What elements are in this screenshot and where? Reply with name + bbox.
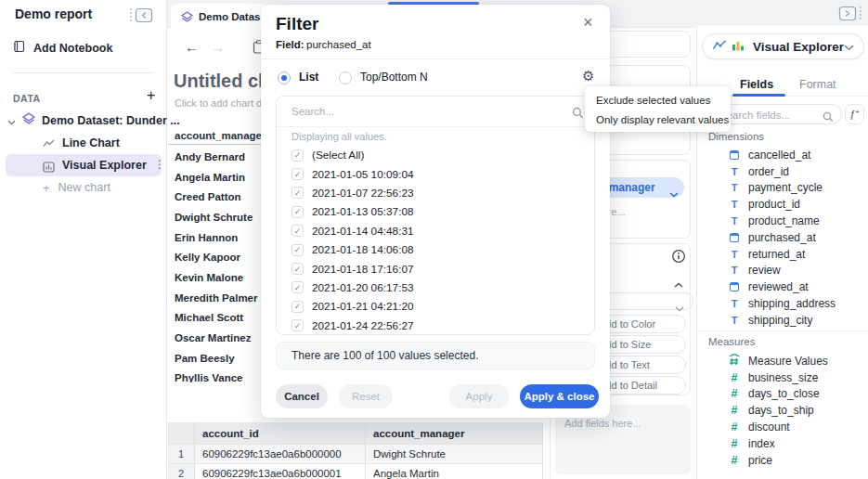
dimension-item[interactable]: T product_name (696, 213, 868, 229)
checkbox-checked-icon[interactable]: ✓ (291, 244, 304, 256)
radio-top-bottom-n[interactable] (339, 71, 352, 84)
value-checkbox-row[interactable]: ✓ 2021-01-14 04:48:31 (277, 222, 594, 240)
sidebar-item-line-chart[interactable]: Line Chart (6, 134, 162, 152)
add-fields-hint: Add fields here... (564, 418, 641, 429)
info-icon[interactable] (671, 249, 686, 267)
add-notebook-button[interactable]: Add Notebook (13, 39, 154, 58)
sidebar-item-visual-explorer[interactable]: Visual Explorer ⋮ (6, 154, 162, 176)
measure-item[interactable]: # days_to_ship (696, 402, 868, 419)
more-options-icon[interactable]: ⋮ (154, 158, 165, 171)
apply-button[interactable]: Apply (449, 384, 509, 408)
values-search-input[interactable]: Search... (277, 97, 594, 127)
chevron-up-icon[interactable] (674, 275, 683, 291)
table-row: 1 60906229fc13ae0a6b000000 Dwight Schrut… (168, 445, 543, 464)
checkbox-checked-icon[interactable]: ✓ (291, 281, 304, 293)
tab-demo-dataset[interactable]: Demo Datas... (171, 4, 270, 28)
apply-close-button[interactable]: Apply & close (520, 384, 599, 408)
dimension-item[interactable]: T product_id (696, 196, 868, 213)
dimension-item[interactable]: T shipping_address (696, 295, 868, 312)
row-number: 2 (168, 464, 195, 479)
line-chart-mini-icon (712, 38, 727, 55)
value-checkbox-row[interactable]: ✓ 2021-01-24 22:56:27 (277, 317, 594, 335)
values-list: ✓ (Select All) ✓ 2021-01-05 10:09:04 ✓ 2… (277, 146, 594, 335)
value-checkbox-row[interactable]: ✓ 2021-01-18 14:06:08 (277, 240, 594, 259)
measure-item[interactable]: # discount (696, 419, 868, 435)
checkbox-checked-icon[interactable]: ✓ (291, 168, 304, 180)
visual-explorer-label: Visual Explorer (62, 159, 147, 172)
measures-section-label: Measures (708, 336, 756, 347)
sidebar-item-dataset[interactable]: Demo Dataset: Dunder ... (6, 111, 162, 130)
checkbox-checked-icon[interactable]: ✓ (291, 263, 304, 275)
field-type-icon: T (727, 199, 742, 210)
checkbox-checked-icon[interactable]: ✓ (291, 206, 304, 218)
cancel-button[interactable]: Cancel (276, 384, 328, 408)
dimension-item[interactable]: T review (696, 263, 868, 279)
column-header[interactable]: account_id (195, 422, 366, 445)
value-checkbox-row[interactable]: ✓ 2021-01-21 04:21:20 (277, 297, 594, 316)
dimensions-list: T cancelled_at T order_id T payment_cycl… (696, 147, 868, 329)
value-checkbox-row[interactable]: ✓ (Select All) (277, 146, 594, 164)
displaying-values-text: Displaying all values. (277, 127, 594, 146)
sidebar: Demo report Add Notebook DATA + Demo Dat… (0, 0, 167, 479)
measure-type-icon: # (727, 353, 742, 369)
checkbox-checked-icon[interactable]: ✓ (291, 149, 304, 162)
field-type-icon: T (727, 315, 742, 326)
menu-item[interactable]: Only display relevant values (585, 110, 731, 129)
chevron-down-icon[interactable] (669, 185, 679, 201)
checkbox-checked-icon[interactable]: ✓ (291, 187, 304, 199)
data-grid-header: account_id account_manager (168, 422, 543, 445)
measures-list: # Measure Values # business_size # days_ (696, 353, 868, 469)
dimension-item[interactable]: T shipping_city (696, 312, 868, 329)
chevron-down-icon[interactable] (7, 112, 16, 129)
tab-fields[interactable]: Fields (740, 78, 773, 91)
checkbox-checked-icon[interactable]: ✓ (291, 301, 304, 313)
dimension-item[interactable]: T payment_cycle (696, 180, 868, 197)
value-checkbox-row[interactable]: ✓ 2021-01-20 06:17:53 (277, 278, 594, 297)
radio-topbottom-label[interactable]: Top/Bottom N (360, 71, 428, 84)
dataset-layers-icon (22, 112, 35, 129)
close-icon[interactable]: × (583, 13, 593, 32)
measure-item[interactable]: # Measure Values (696, 353, 868, 369)
column-header[interactable]: account_manager (366, 422, 543, 445)
measure-type-icon: # (727, 454, 742, 467)
value-checkbox-row[interactable]: ✓ 2021-01-13 05:37:08 (277, 202, 594, 221)
dimension-item[interactable]: T order_id (696, 163, 868, 180)
sidebar-divider (13, 72, 154, 73)
dimension-item[interactable]: T cancelled_at (696, 147, 868, 163)
add-calculated-field-button[interactable]: ƒ+ (845, 104, 864, 124)
menu-item[interactable]: Exclude selected values (585, 90, 731, 110)
measure-type-icon: # (727, 437, 742, 450)
sidebar-item-new-chart[interactable]: + New chart (6, 178, 162, 197)
active-tab-underline (732, 94, 785, 97)
chart-type-label: Visual Explorer (753, 40, 844, 54)
value-checkbox-row[interactable]: ✓ 2021-01-07 22:56:23 (277, 184, 594, 202)
chart-type-selector[interactable]: Visual Explorer (702, 33, 864, 59)
dimension-item[interactable]: T reviewed_at (696, 278, 868, 295)
measure-item[interactable]: # index (696, 435, 868, 452)
back-arrow-icon[interactable]: ← (185, 39, 199, 55)
collapse-right-panel-icon[interactable] (838, 6, 863, 25)
reset-button[interactable]: Reset (339, 384, 393, 408)
field-type-icon: T (727, 182, 742, 193)
value-checkbox-row[interactable]: ✓ 2021-01-05 10:09:04 (277, 164, 594, 183)
collapse-sidebar-icon[interactable] (128, 7, 153, 27)
add-data-button[interactable]: + (147, 87, 155, 104)
line-chart-label: Line Chart (62, 136, 120, 149)
cell-account-manager: Angela Martin (366, 464, 543, 479)
value-checkbox-row[interactable]: ✓ 2021-01-18 17:16:07 (277, 259, 594, 278)
measure-item[interactable]: # price (696, 452, 868, 469)
tab-format[interactable]: Format (799, 78, 836, 91)
gear-icon[interactable]: ⚙ (582, 68, 594, 84)
checkbox-checked-icon[interactable]: ✓ (291, 319, 304, 331)
dimension-item[interactable]: T purchased_at (696, 229, 868, 246)
selection-summary: There are 100 of 100 values selected. (276, 342, 595, 369)
values-search-placeholder: Search... (291, 106, 334, 117)
radio-list[interactable] (278, 71, 291, 84)
checkbox-checked-icon[interactable]: ✓ (291, 225, 304, 237)
dimension-item[interactable]: T returned_at (696, 246, 868, 263)
measure-item[interactable]: # business_size (696, 369, 868, 386)
chart-subtitle[interactable]: Click to add chart d (175, 97, 262, 109)
measure-item[interactable]: # days_to_close (696, 386, 868, 403)
search-icon (572, 106, 584, 123)
radio-list-label[interactable]: List (299, 71, 318, 84)
